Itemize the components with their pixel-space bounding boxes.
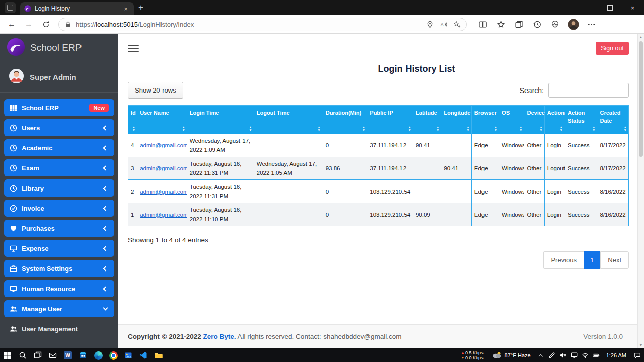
taskbar-chrome-icon[interactable] bbox=[106, 348, 121, 362]
minimize-button[interactable] bbox=[576, 0, 599, 15]
sidebar-item-invoice[interactable]: Invoice bbox=[4, 200, 114, 217]
weather-widget[interactable]: 87°F Haze bbox=[487, 351, 535, 359]
tab-actions-button[interactable] bbox=[5, 2, 16, 13]
split-screen-icon[interactable] bbox=[475, 17, 490, 31]
sidebar-item-exam[interactable]: Exam bbox=[4, 159, 114, 176]
sidebar-item-system-settings[interactable]: System Settings bbox=[4, 260, 114, 277]
cell-device: Other bbox=[524, 180, 544, 203]
column-header-device[interactable]: Device▲▼ bbox=[524, 106, 544, 134]
tray-battery-icon[interactable] bbox=[591, 348, 602, 362]
sidebar-item-expense[interactable]: Expense bbox=[4, 240, 114, 257]
favorites-icon[interactable] bbox=[493, 17, 508, 31]
show-rows-button[interactable]: Show 20 rows bbox=[128, 82, 183, 99]
scroll-up-icon[interactable]: ▲ bbox=[639, 34, 643, 40]
history-icon[interactable] bbox=[529, 17, 544, 31]
column-header-action[interactable]: Action▲▼ bbox=[544, 106, 565, 134]
next-page-button[interactable]: Next bbox=[600, 251, 629, 269]
taskbar-store-icon[interactable] bbox=[75, 348, 91, 362]
taskbar-search-icon[interactable] bbox=[15, 348, 30, 362]
search-input[interactable] bbox=[548, 83, 629, 98]
sidebar-item-users[interactable]: Users bbox=[4, 119, 114, 136]
previous-page-button[interactable]: Previous bbox=[543, 251, 584, 269]
refresh-button[interactable] bbox=[37, 17, 54, 32]
taskbar-start-icon[interactable] bbox=[0, 348, 15, 362]
cell-public-ip: 103.129.210.54 bbox=[367, 180, 413, 203]
column-header-login-time[interactable]: Login Time▲▼ bbox=[187, 106, 254, 134]
browser-essentials-icon[interactable] bbox=[547, 17, 562, 31]
column-header-user-name[interactable]: User Name▲▼ bbox=[137, 106, 187, 134]
grid-icon bbox=[10, 104, 17, 112]
collections-icon[interactable] bbox=[511, 17, 526, 31]
column-header-os[interactable]: OS▲▼ bbox=[499, 106, 524, 134]
taskbar-photos-icon[interactable] bbox=[121, 348, 136, 362]
sign-out-button[interactable]: Sign out bbox=[596, 42, 629, 55]
forward-button[interactable]: → bbox=[20, 17, 37, 32]
column-header-logout-time[interactable]: Logout Time▲▼ bbox=[254, 106, 323, 134]
menu-toggle-button[interactable] bbox=[128, 43, 139, 54]
sidebar-item-purchases[interactable]: Purchases bbox=[4, 220, 114, 237]
cell-browser: Edge bbox=[471, 203, 499, 226]
sort-icon: ▲▼ bbox=[249, 126, 252, 132]
net-up-value: 0.5 Kbps bbox=[465, 350, 484, 355]
sidebar-item-academic[interactable]: Academic bbox=[4, 139, 114, 156]
add-favorite-icon[interactable] bbox=[453, 21, 461, 28]
column-header-created-date[interactable]: Created Date▲▼ bbox=[597, 106, 629, 134]
column-header-duration-min[interactable]: Duration(Min)▲▼ bbox=[323, 106, 367, 134]
cell-public-ip: 103.129.210.54 bbox=[367, 203, 413, 226]
net-speed-monitor[interactable]: ▴0.5 Kbps ▾0.0 Kbps bbox=[458, 350, 487, 360]
browser-tab[interactable]: Login History × bbox=[20, 2, 134, 15]
scrollbar-thumb[interactable] bbox=[639, 41, 643, 157]
vertical-scrollbar[interactable]: ▲ ▼ bbox=[637, 34, 644, 348]
taskbar-file-explorer-icon[interactable] bbox=[151, 348, 166, 362]
url-text[interactable]: https://localhost:5015/LoginHistory/Inde… bbox=[76, 21, 422, 28]
email-link[interactable]: admin@gmail.com bbox=[140, 189, 187, 195]
column-header-id[interactable]: Id▲▼ bbox=[128, 106, 137, 134]
sidebar-item-school-erp[interactable]: School ERPNew bbox=[4, 99, 114, 116]
tray-volume-mute-icon[interactable] bbox=[557, 348, 569, 362]
sort-icon: ▲▼ bbox=[317, 126, 320, 132]
taskbar-mail-icon[interactable] bbox=[45, 348, 60, 362]
taskbar-vscode-icon[interactable] bbox=[136, 348, 151, 362]
sidebar-item-user-management[interactable]: User Management bbox=[4, 320, 114, 337]
sidebar-item-manage-user[interactable]: Manage User bbox=[4, 300, 114, 317]
sidebar-item-library[interactable]: Library bbox=[4, 179, 114, 197]
table-row: 1admin@gmail.comTuesday, August 16, 2022… bbox=[128, 203, 629, 226]
taskbar-task-view-icon[interactable] bbox=[30, 348, 45, 362]
taskbar-clock[interactable]: 1:26 AM bbox=[602, 352, 631, 358]
chevron-left-icon bbox=[103, 266, 108, 271]
hidden-icons-caret[interactable] bbox=[538, 354, 542, 358]
column-header-action-status[interactable]: Action Status▲▼ bbox=[565, 106, 597, 134]
users-icon bbox=[10, 325, 17, 333]
tray-monitor-icon[interactable] bbox=[569, 348, 580, 362]
email-link[interactable]: admin@gmail.com bbox=[140, 165, 187, 171]
taskbar-edge-icon[interactable] bbox=[91, 348, 106, 362]
taskbar-word-icon[interactable]: W bbox=[60, 348, 75, 362]
email-link[interactable]: admin@gmail.com bbox=[140, 142, 187, 148]
column-header-longitude[interactable]: Longitude▲▼ bbox=[441, 106, 471, 134]
email-link[interactable]: admin@gmail.com bbox=[140, 212, 187, 218]
column-header-browser[interactable]: Browser▲▼ bbox=[471, 106, 499, 134]
school-erp-logo bbox=[7, 38, 25, 58]
maximize-button[interactable] bbox=[599, 0, 621, 15]
current-user: Super Admin bbox=[0, 62, 118, 93]
profile-avatar[interactable] bbox=[566, 17, 581, 31]
tray-wifi-icon[interactable] bbox=[580, 348, 591, 362]
sidebar-item-human-resource[interactable]: Human Resource bbox=[4, 280, 114, 297]
monitor-icon bbox=[10, 245, 17, 252]
back-button[interactable]: ← bbox=[3, 17, 20, 32]
page-1-button[interactable]: 1 bbox=[584, 251, 600, 269]
new-tab-button[interactable]: + bbox=[134, 3, 148, 13]
location-permission-icon[interactable] bbox=[426, 21, 434, 28]
read-aloud-icon[interactable]: A bbox=[440, 21, 447, 28]
tab-close-icon[interactable]: × bbox=[122, 5, 130, 13]
action-center-icon[interactable] bbox=[631, 348, 644, 362]
chevron-left-icon bbox=[103, 286, 108, 291]
column-header-public-ip[interactable]: Public IP▲▼ bbox=[367, 106, 413, 134]
scroll-down-icon[interactable]: ▼ bbox=[639, 342, 643, 348]
address-bar[interactable]: https://localhost:5015/LoginHistory/Inde… bbox=[58, 18, 467, 31]
cell-longitude bbox=[441, 180, 471, 203]
tray-pen-icon[interactable] bbox=[546, 348, 557, 362]
close-window-button[interactable]: × bbox=[621, 0, 644, 15]
column-header-latitude[interactable]: Latitude▲▼ bbox=[413, 106, 441, 134]
more-menu-icon[interactable] bbox=[584, 17, 599, 31]
